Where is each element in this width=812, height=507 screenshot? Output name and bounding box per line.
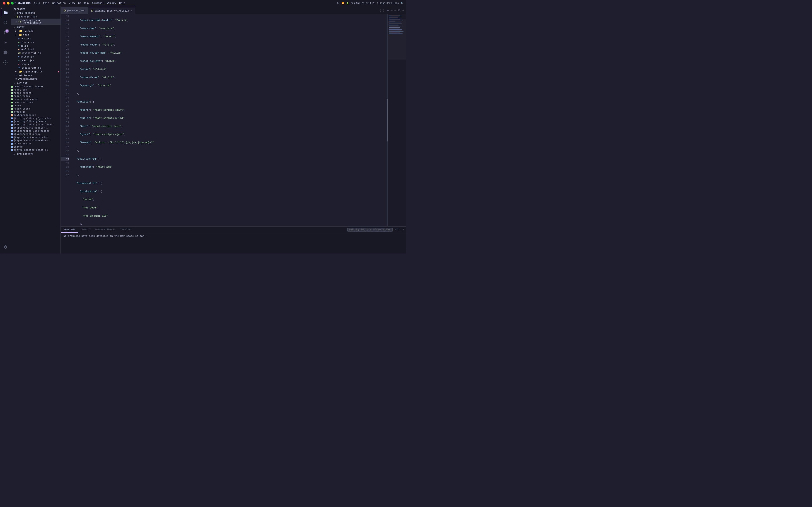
themes-modified-badge bbox=[58, 71, 59, 72]
open-editor-1-label: package.json bbox=[19, 15, 37, 18]
outline-devdependencies[interactable]: devDependencies bbox=[11, 114, 60, 117]
tab-debug-console[interactable]: DEBUG CONSOLE bbox=[92, 227, 117, 233]
outline-enzyme[interactable]: enzyme bbox=[11, 145, 60, 149]
maximize-button[interactable] bbox=[11, 2, 14, 5]
outline-react-router-dom[interactable]: react-router-dom bbox=[11, 98, 60, 101]
open-editors-header[interactable]: ▾ OPEN EDITORS bbox=[11, 11, 60, 15]
typescript-file[interactable]: TS typescript.ts bbox=[11, 66, 60, 70]
outline-dot bbox=[11, 124, 13, 126]
editor-content[interactable]: 13 14 15 16 17 18 19 20 21 22 23 24 25 2… bbox=[61, 14, 406, 226]
outline-typed-js[interactable]: typed.js bbox=[11, 110, 60, 114]
more-actions-button[interactable]: ⋯ bbox=[401, 8, 404, 13]
outline-react-redux-types[interactable]: @types/react-redux bbox=[11, 133, 60, 136]
outline-dot bbox=[11, 130, 13, 132]
outline-redux[interactable]: redux bbox=[11, 104, 60, 107]
filter-input[interactable] bbox=[347, 228, 393, 232]
close-panel-button[interactable]: ✕ bbox=[403, 228, 404, 231]
menu-terminal[interactable]: Terminal bbox=[92, 2, 104, 5]
outline-redux-immutable[interactable]: @types/redux-immutable-… bbox=[11, 139, 60, 142]
natty-header[interactable]: ▾ NATTY bbox=[11, 26, 60, 29]
tab-output[interactable]: OUTPUT bbox=[78, 227, 93, 233]
outline-header[interactable]: ▾ OUTLINE bbox=[11, 82, 60, 85]
outline-testing-user-event[interactable]: @testing-library/user-event bbox=[11, 123, 60, 126]
themes-folder[interactable]: ▶ 📁 typescript.ts bbox=[11, 70, 60, 73]
js-icon: JS bbox=[18, 52, 20, 54]
menu-edit[interactable]: Edit bbox=[43, 2, 49, 5]
outline-testing-react[interactable]: @testing-library/react bbox=[11, 120, 60, 123]
vscodeignore-file[interactable]: ≡ .vscodeignore bbox=[11, 77, 60, 81]
menu-go[interactable]: Go bbox=[78, 2, 81, 5]
explorer-activity[interactable] bbox=[1, 8, 10, 17]
open-editor-2-close[interactable]: ✕ bbox=[15, 20, 17, 23]
tab-package-json-2[interactable]: {} package.json ~/…/stella ✕ bbox=[88, 7, 135, 14]
natty-arrow: ▾ bbox=[14, 26, 16, 29]
outline-enzyme-adapter-16[interactable]: enzyme-adapter-react-16 bbox=[11, 149, 60, 152]
test-folder[interactable]: ▾ 📂 test bbox=[11, 33, 60, 37]
outline-testing-jest[interactable]: @testing-library/jest-dom bbox=[11, 117, 60, 120]
git-lens-activity[interactable] bbox=[1, 58, 10, 67]
open-editor-1[interactable]: {} package.json bbox=[11, 15, 60, 18]
tab-problems[interactable]: PROBLEMS bbox=[61, 227, 78, 233]
outline-react-dom[interactable]: react-dom bbox=[11, 88, 60, 92]
gitignore-file[interactable]: ≡ .gitignore bbox=[11, 73, 60, 77]
no-problems-message: No problems have been detected in the wo… bbox=[63, 235, 146, 237]
source-control-badge: 6 bbox=[5, 30, 9, 33]
outline-react-scripts[interactable]: react-scripts bbox=[11, 101, 60, 104]
tab-close-2[interactable]: ✕ bbox=[131, 9, 132, 12]
menu-window[interactable]: Window bbox=[107, 2, 116, 5]
minimap bbox=[388, 14, 406, 226]
menu-run[interactable]: Run bbox=[84, 2, 89, 5]
python-file[interactable]: ● python.py bbox=[11, 55, 60, 59]
run-button[interactable]: ▶ bbox=[387, 8, 389, 13]
extensions-activity[interactable] bbox=[1, 48, 10, 57]
tab-package-json-1[interactable]: {} package.json bbox=[61, 7, 88, 14]
outline-redux-thunk[interactable]: redux-thunk bbox=[11, 107, 60, 110]
react-file[interactable]: ⚛ react.jsx bbox=[11, 59, 60, 62]
vscode-folder[interactable]: ▶ 📁 .vscode bbox=[11, 29, 60, 33]
minimize-button[interactable] bbox=[7, 2, 9, 5]
outline-react-moment[interactable]: react-moment bbox=[11, 92, 60, 95]
source-control-activity[interactable]: 6 bbox=[1, 28, 10, 37]
forward-button[interactable]: → bbox=[394, 8, 397, 13]
clear-button[interactable]: ↑ bbox=[400, 228, 402, 231]
user-name: Filipe Herculano bbox=[377, 2, 399, 5]
menu-file[interactable]: File bbox=[34, 2, 40, 5]
traffic-lights[interactable] bbox=[3, 2, 14, 5]
outline-react-router-types[interactable]: @types/react-router-dom bbox=[11, 136, 60, 139]
run-activity[interactable] bbox=[1, 38, 10, 47]
close-button[interactable] bbox=[3, 2, 5, 5]
code-editor[interactable]: "react-content-loader": "^4.3.3", "react… bbox=[71, 14, 388, 226]
menu-selection[interactable]: Selection bbox=[52, 2, 66, 5]
open-editor-2[interactable]: ✕ {} package.json ~/prod/stella bbox=[11, 18, 60, 25]
npm-scripts-header[interactable]: ▶ NPM SCRIPTS bbox=[11, 153, 60, 156]
title-bar: ⬡ VSCodium File Edit Selection View Go R… bbox=[0, 0, 406, 6]
filter-button[interactable]: ⚟ bbox=[395, 228, 397, 231]
search-activity[interactable] bbox=[1, 18, 10, 27]
go-file[interactable]: ● go.go bbox=[11, 44, 60, 48]
menu-help[interactable]: Help bbox=[119, 2, 125, 5]
python-icon: ● bbox=[18, 55, 20, 58]
html-file[interactable]: ● html.html bbox=[11, 48, 60, 51]
editor-scrollbar[interactable] bbox=[387, 14, 388, 226]
copy-button[interactable]: ⧉ bbox=[398, 228, 399, 231]
css-file[interactable]: # css.css bbox=[11, 37, 60, 41]
code-line-22: }, bbox=[73, 92, 388, 96]
javascript-file[interactable]: JS javascript.js bbox=[11, 51, 60, 55]
menu-view[interactable]: View bbox=[69, 2, 75, 5]
open-editor-2-icon: {} bbox=[18, 20, 21, 23]
outline-react-redux[interactable]: react-redux bbox=[11, 95, 60, 98]
outline-babel-eslint[interactable]: babel-eslint bbox=[11, 142, 60, 145]
tab-terminal[interactable]: TERMINAL bbox=[117, 227, 135, 233]
editor-tabs: {} package.json {} package.json ~/…/stel… bbox=[61, 6, 406, 14]
open-changes-button[interactable]: ⊞ bbox=[398, 8, 400, 13]
outline-enzyme-adapter[interactable]: @types/enzyme-adapter-… bbox=[11, 126, 60, 129]
outline-dot bbox=[11, 121, 13, 122]
natty-label: NATTY bbox=[17, 26, 25, 29]
ruby-file[interactable]: ♦ ruby.rb bbox=[11, 62, 60, 66]
outline-parse-link[interactable]: @types/parse-link-header bbox=[11, 129, 60, 133]
back-button[interactable]: ← bbox=[390, 8, 393, 13]
settings-activity[interactable] bbox=[1, 243, 10, 252]
outline-react-content-loader[interactable]: react-content-loader bbox=[11, 85, 60, 88]
split-editor-button[interactable]: ⋮⋮ bbox=[378, 8, 386, 13]
elixir-file[interactable]: ● elixir.ex bbox=[11, 41, 60, 44]
